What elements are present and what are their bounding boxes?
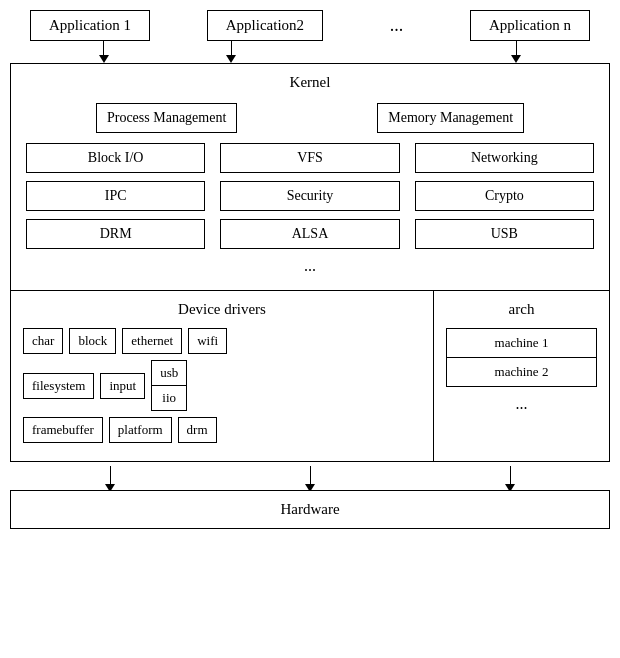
arch-machine1: machine 1: [447, 329, 596, 358]
kernel-row4: DRM ALSA USB: [26, 219, 594, 249]
vfs: VFS: [220, 143, 399, 173]
drivers-row2: filesystem input usb iio: [23, 360, 421, 411]
driver-filesystem: filesystem: [23, 373, 94, 399]
bottom-arrows: [10, 462, 610, 490]
driver-input: input: [100, 373, 145, 399]
device-drivers: Device drivers char block ethernet wifi …: [11, 291, 434, 461]
drm: DRM: [26, 219, 205, 249]
arch-label: arch: [446, 301, 597, 318]
process-management: Process Management: [96, 103, 237, 133]
driver-wifi: wifi: [188, 328, 227, 354]
driver-usb-stacked: usb: [152, 361, 186, 386]
arrow3: [511, 41, 521, 63]
hardware-box: Hardware: [10, 490, 610, 529]
networking: Networking: [415, 143, 594, 173]
memory-management: Memory Management: [377, 103, 524, 133]
lower-section: Device drivers char block ethernet wifi …: [10, 291, 610, 462]
usb: USB: [415, 219, 594, 249]
apps-dots: ...: [380, 15, 414, 36]
kernel-ellipsis: ...: [26, 257, 594, 275]
bottom-arrow1: [105, 466, 115, 492]
arch-machines: machine 1 machine 2: [446, 328, 597, 387]
app1-box: Application 1: [30, 10, 150, 41]
bottom-arrow2: [305, 466, 315, 492]
top-arrows: [10, 41, 610, 63]
driver-iio-group: usb iio: [151, 360, 187, 411]
diagram: Application 1 Application2 ... Applicati…: [10, 10, 610, 529]
driver-drm-stacked: drm: [179, 418, 216, 442]
driver-block: block: [69, 328, 116, 354]
bottom-arrow3: [505, 466, 515, 492]
security: Security: [220, 181, 399, 211]
driver-iio-stacked: iio: [152, 386, 186, 410]
arch-ellipsis: ...: [446, 395, 597, 413]
ipc: IPC: [26, 181, 205, 211]
block-io: Block I/O: [26, 143, 205, 173]
drivers-row1: char block ethernet wifi: [23, 328, 421, 354]
app2-box: Application2: [207, 10, 323, 41]
drivers-label: Device drivers: [23, 301, 421, 318]
arrow2: [226, 41, 236, 63]
driver-platform: platform: [109, 417, 172, 443]
kernel-row2: Block I/O VFS Networking: [26, 143, 594, 173]
kernel-row3: IPC Security Crypto: [26, 181, 594, 211]
driver-drm-group: drm: [178, 417, 217, 443]
driver-framebuffer: framebuffer: [23, 417, 103, 443]
alsa: ALSA: [220, 219, 399, 249]
arch-machine2: machine 2: [447, 358, 596, 386]
kernel-label: Kernel: [26, 74, 594, 91]
appn-box: Application n: [470, 10, 590, 41]
arrow1: [99, 41, 109, 63]
driver-ethernet: ethernet: [122, 328, 182, 354]
crypto: Crypto: [415, 181, 594, 211]
drivers-row3: framebuffer platform drm: [23, 417, 421, 443]
driver-char: char: [23, 328, 63, 354]
kernel-box: Kernel Process Management Memory Managem…: [10, 63, 610, 291]
arch-section: arch machine 1 machine 2 ...: [434, 291, 609, 461]
top-apps-row: Application 1 Application2 ... Applicati…: [10, 10, 610, 41]
